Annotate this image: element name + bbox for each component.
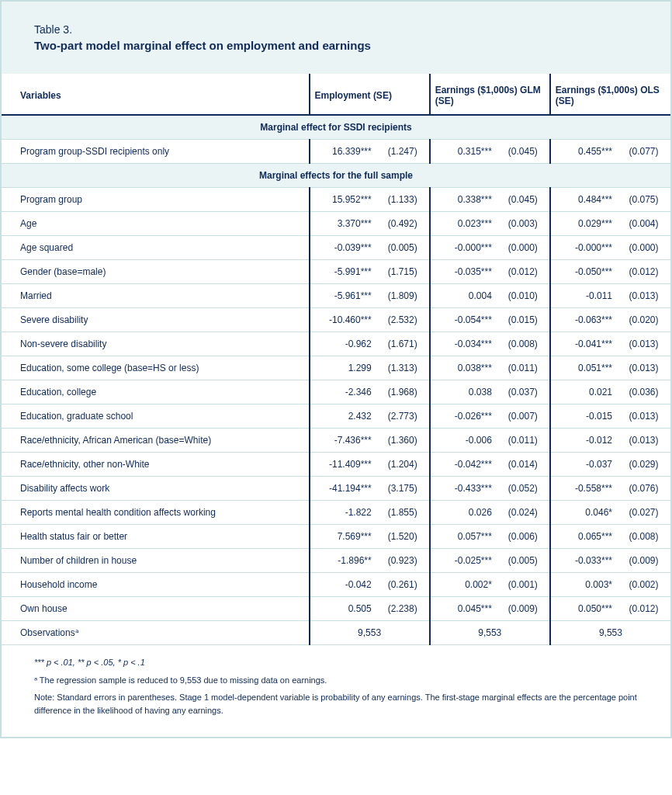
value-glm: -0.034*** (430, 332, 497, 356)
se-ols: (0.020) (617, 308, 670, 332)
se-glm: (0.006) (497, 525, 550, 549)
se-glm: (0.037) (497, 380, 550, 404)
se-glm: (0.009) (497, 597, 550, 621)
value-emp: -10.460*** (310, 308, 376, 332)
se-emp: (1.133) (376, 188, 430, 212)
se-glm: (0.011) (497, 429, 550, 453)
footnote-note: Note: Standard errors in parentheses. St… (34, 691, 638, 717)
value-emp: -0.962 (310, 332, 376, 356)
se-glm: (0.008) (497, 332, 550, 356)
se-glm: (0.014) (497, 453, 550, 477)
table-row: Number of children in house-1.896**(0.92… (2, 549, 670, 573)
value-glm: -0.054*** (430, 308, 497, 332)
se-glm: (0.003) (497, 212, 550, 236)
se-glm: (0.007) (497, 404, 550, 429)
table-row: Disability affects work-41.194***(3.175)… (2, 477, 670, 501)
obs-ols: 9,553 (550, 621, 670, 645)
value-emp: -0.042 (310, 573, 376, 597)
se-ols: (0.008) (617, 525, 670, 549)
value-ols: -0.558*** (550, 477, 617, 501)
variable-label: Reports mental health condition affects … (2, 501, 310, 525)
value-ols: -0.041*** (550, 332, 617, 356)
se-ols: (0.013) (617, 332, 670, 356)
value-ols: 0.050*** (550, 597, 617, 621)
se-ols: (0.013) (617, 284, 670, 308)
table-row: Age3.370***(0.492)0.023***(0.003)0.029**… (2, 212, 670, 236)
value-emp: 15.952*** (310, 188, 376, 212)
value-glm: 0.002* (430, 573, 497, 597)
table-row: Education, some college (base=HS or less… (2, 356, 670, 380)
table-header-band: Table 3. Two-part model marginal effect … (2, 2, 670, 74)
se-ols: (0.029) (617, 453, 670, 477)
value-glm: -0.035*** (430, 260, 497, 284)
se-ols: (0.027) (617, 501, 670, 525)
value-ols: -0.000*** (550, 236, 617, 260)
se-emp: (1.715) (376, 260, 430, 284)
table-row: Race/ethnicity, other non-White-11.409**… (2, 453, 670, 477)
value-ols: -0.015 (550, 404, 617, 429)
value-ols: 0.003* (550, 573, 617, 597)
footnote-a: ᵃ The regression sample is reduced to 9,… (34, 674, 638, 687)
value-emp: 1.299 (310, 356, 376, 380)
variable-label: Household income (2, 573, 310, 597)
se-ols: (0.036) (617, 380, 670, 404)
table-row: Race/ethnicity, African American (base=W… (2, 429, 670, 453)
value-glm: 0.026 (430, 501, 497, 525)
se-glm: (0.045) (497, 140, 550, 164)
value-emp: -0.039*** (310, 236, 376, 260)
table-row: Severe disability-10.460***(2.532)-0.054… (2, 308, 670, 332)
se-glm: (0.001) (497, 573, 550, 597)
value-glm: 0.023*** (430, 212, 497, 236)
section-header: Marginal effect for SSDI recipients (2, 115, 670, 140)
value-glm: 0.004 (430, 284, 497, 308)
se-emp: (1.247) (376, 140, 430, 164)
se-glm: (0.052) (497, 477, 550, 501)
se-ols: (0.013) (617, 429, 670, 453)
se-emp: (1.204) (376, 453, 430, 477)
col-earnings-glm: Earnings ($1,000s) GLM (SE) (430, 74, 550, 115)
value-ols: -0.011 (550, 284, 617, 308)
se-glm: (0.045) (497, 188, 550, 212)
variable-label: Own house (2, 597, 310, 621)
variable-label: Gender (base=male) (2, 260, 310, 284)
table-row: Program group15.952***(1.133)0.338***(0.… (2, 188, 670, 212)
value-emp: -41.194*** (310, 477, 376, 501)
variable-label: Number of children in house (2, 549, 310, 573)
se-emp: (1.520) (376, 525, 430, 549)
table-row: Education, graduate school2.432(2.773)-0… (2, 404, 670, 429)
value-ols: 0.484*** (550, 188, 617, 212)
variable-label: Severe disability (2, 308, 310, 332)
value-ols: 0.455*** (550, 140, 617, 164)
section-title: Marginal effect for SSDI recipients (2, 115, 670, 140)
se-glm: (0.011) (497, 356, 550, 380)
se-emp: (1.360) (376, 429, 430, 453)
table-row: Reports mental health condition affects … (2, 501, 670, 525)
value-ols: -0.037 (550, 453, 617, 477)
col-employment: Employment (SE) (310, 74, 430, 115)
section-title: Marginal effects for the full sample (2, 164, 670, 188)
se-emp: (0.492) (376, 212, 430, 236)
variable-label: Age (2, 212, 310, 236)
table-row: Program group-SSDI recipients only16.339… (2, 140, 670, 164)
variable-label: Education, college (2, 380, 310, 404)
value-glm: -0.433*** (430, 477, 497, 501)
variable-label: Education, some college (base=HS or less… (2, 356, 310, 380)
se-ols: (0.076) (617, 477, 670, 501)
se-emp: (2.773) (376, 404, 430, 429)
value-glm: -0.000*** (430, 236, 497, 260)
value-emp: -5.991*** (310, 260, 376, 284)
value-glm: 0.038 (430, 380, 497, 404)
se-emp: (1.809) (376, 284, 430, 308)
se-glm: (0.012) (497, 260, 550, 284)
value-glm: 0.038*** (430, 356, 497, 380)
se-ols: (0.000) (617, 236, 670, 260)
value-emp: 0.505 (310, 597, 376, 621)
value-ols: 0.029*** (550, 212, 617, 236)
se-emp: (1.313) (376, 356, 430, 380)
se-ols: (0.013) (617, 356, 670, 380)
se-emp: (1.671) (376, 332, 430, 356)
se-emp: (0.261) (376, 573, 430, 597)
value-glm: -0.042*** (430, 453, 497, 477)
se-emp: (2.238) (376, 597, 430, 621)
table-row: Age squared-0.039***(0.005)-0.000***(0.0… (2, 236, 670, 260)
